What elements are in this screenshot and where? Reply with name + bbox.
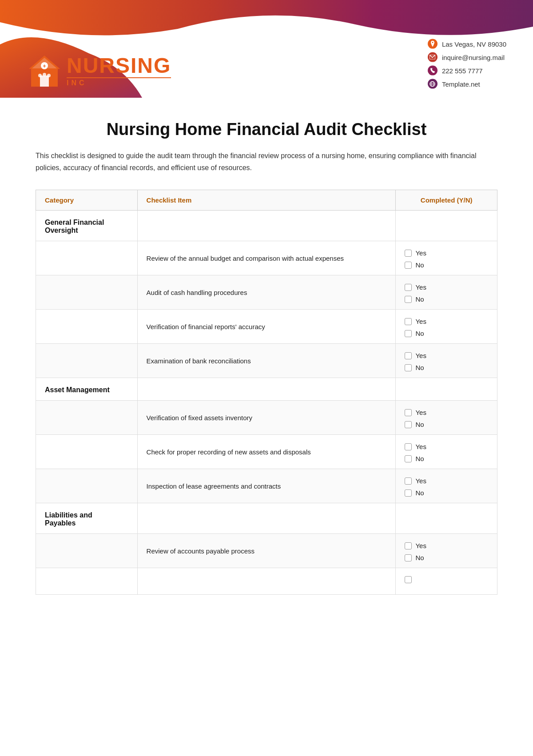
no-checkbox-3[interactable]: [405, 330, 412, 337]
yn-no-option[interactable]: No: [405, 455, 488, 462]
cat-empty-8: [36, 534, 138, 568]
yn-no-option[interactable]: No: [405, 421, 488, 428]
category-liabilities: Liabilities andPayables: [36, 503, 138, 534]
svg-point-5: [38, 74, 42, 77]
yn-8: Yes No: [396, 534, 497, 568]
email-text: inquire@nursing.mail: [442, 53, 505, 61]
contact-address: Las Vegas, NV 89030: [428, 39, 506, 49]
logo-name: NURSING: [67, 55, 171, 76]
contact-phone: 222 555 7777: [428, 66, 506, 76]
yes-checkbox-5[interactable]: [405, 409, 412, 416]
yn-no-option[interactable]: No: [405, 330, 488, 337]
contact-email: inquire@nursing.mail: [428, 52, 506, 62]
yes-checkbox-1[interactable]: [405, 250, 412, 257]
checklist-item-2: Audit of cash handling procedures: [137, 275, 396, 310]
yn-yes-option[interactable]: Yes: [405, 249, 488, 257]
cat-empty-9: [36, 568, 138, 595]
yes-label: Yes: [415, 542, 426, 549]
web-icon: [428, 79, 438, 89]
yes-checkbox-8[interactable]: [405, 542, 412, 549]
yn-2: Yes No: [396, 275, 497, 310]
table-row: Check for proper recording of new assets…: [36, 435, 497, 469]
no-label: No: [415, 421, 424, 428]
yn-yes-option[interactable]: [405, 576, 488, 583]
page-title: Nursing Home Financial Audit Checklist: [36, 120, 497, 139]
checklist-item-4: Examination of bank reconciliations: [137, 344, 396, 378]
checklist-table: Category Checklist Item Completed (Y/N) …: [36, 190, 497, 595]
yn-9: [396, 568, 497, 595]
yn-yes-option[interactable]: Yes: [405, 542, 488, 549]
yn-empty-2: [396, 378, 497, 401]
no-checkbox-1[interactable]: [405, 262, 412, 269]
yes-label: Yes: [415, 409, 426, 416]
main-content: Nursing Home Financial Audit Checklist T…: [0, 98, 533, 621]
checklist-item-empty-3: [137, 503, 396, 534]
yn-yes-option[interactable]: Yes: [405, 352, 488, 359]
cat-empty-1: [36, 241, 138, 275]
yn-yes-option[interactable]: Yes: [405, 318, 488, 325]
yes-checkbox-9[interactable]: [405, 576, 412, 583]
yn-no-option[interactable]: No: [405, 554, 488, 561]
no-checkbox-8[interactable]: [405, 554, 412, 561]
yes-label: Yes: [415, 318, 426, 325]
cat-empty-7: [36, 469, 138, 503]
yn-yes-option[interactable]: Yes: [405, 409, 488, 416]
table-row: Inspection of lease agreements and contr…: [36, 469, 497, 503]
document-description: This checklist is designed to guide the …: [36, 150, 497, 174]
yes-checkbox-4[interactable]: [405, 352, 412, 359]
yn-yes-option[interactable]: Yes: [405, 477, 488, 485]
checklist-item-empty: [137, 211, 396, 241]
yn-no-option[interactable]: No: [405, 295, 488, 303]
checklist-item-3: Verification of financial reports' accur…: [137, 310, 396, 344]
yn-4: Yes No: [396, 344, 497, 378]
logo-text: NURSING INC: [67, 55, 171, 87]
no-checkbox-2[interactable]: [405, 296, 412, 303]
no-label: No: [415, 261, 424, 269]
yes-checkbox-7[interactable]: [405, 477, 412, 485]
yn-3: Yes No: [396, 310, 497, 344]
svg-rect-2: [40, 76, 49, 87]
cat-empty-4: [36, 344, 138, 378]
no-checkbox-4[interactable]: [405, 364, 412, 371]
category-asset-management: Asset Management: [36, 378, 138, 401]
address-text: Las Vegas, NV 89030: [442, 40, 506, 48]
table-row: Verification of fixed assets inventory Y…: [36, 401, 497, 435]
yn-yes-option[interactable]: Yes: [405, 443, 488, 450]
no-checkbox-6[interactable]: [405, 455, 412, 462]
yn-6: Yes No: [396, 435, 497, 469]
location-icon: [428, 39, 438, 49]
yn-no-option[interactable]: No: [405, 489, 488, 497]
contact-website: Template.net: [428, 79, 506, 89]
yn-1: Yes No: [396, 241, 497, 275]
no-checkbox-5[interactable]: [405, 421, 412, 428]
yn-no-option[interactable]: No: [405, 261, 488, 269]
website-text: Template.net: [442, 80, 480, 88]
yes-label: Yes: [415, 352, 426, 359]
checklist-item-7: Inspection of lease agreements and contr…: [137, 469, 396, 503]
table-row: Asset Management: [36, 378, 497, 401]
no-label: No: [415, 554, 424, 561]
cat-empty-6: [36, 435, 138, 469]
no-label: No: [415, 489, 424, 497]
table-row: Verification of financial reports' accur…: [36, 310, 497, 344]
yn-no-option[interactable]: No: [405, 364, 488, 371]
yn-5: Yes No: [396, 401, 497, 435]
yes-label: Yes: [415, 443, 426, 450]
no-label: No: [415, 455, 424, 462]
no-checkbox-7[interactable]: [405, 489, 412, 497]
cat-empty-2: [36, 275, 138, 310]
header-checklist-item: Checklist Item: [137, 190, 396, 211]
no-label: No: [415, 364, 424, 371]
table-row: Audit of cash handling procedures Yes No: [36, 275, 497, 310]
yes-checkbox-2[interactable]: [405, 284, 412, 291]
yes-checkbox-3[interactable]: [405, 318, 412, 325]
table-row: Review of the annual budget and comparis…: [36, 241, 497, 275]
yes-label: Yes: [415, 283, 426, 291]
category-general-financial: General FinancialOversight: [36, 211, 138, 241]
checklist-item-1: Review of the annual budget and comparis…: [137, 241, 396, 275]
yes-checkbox-6[interactable]: [405, 443, 412, 450]
no-label: No: [415, 330, 424, 337]
table-row: Review of accounts payable process Yes N…: [36, 534, 497, 568]
yn-yes-option[interactable]: Yes: [405, 283, 488, 291]
table-row: [36, 568, 497, 595]
